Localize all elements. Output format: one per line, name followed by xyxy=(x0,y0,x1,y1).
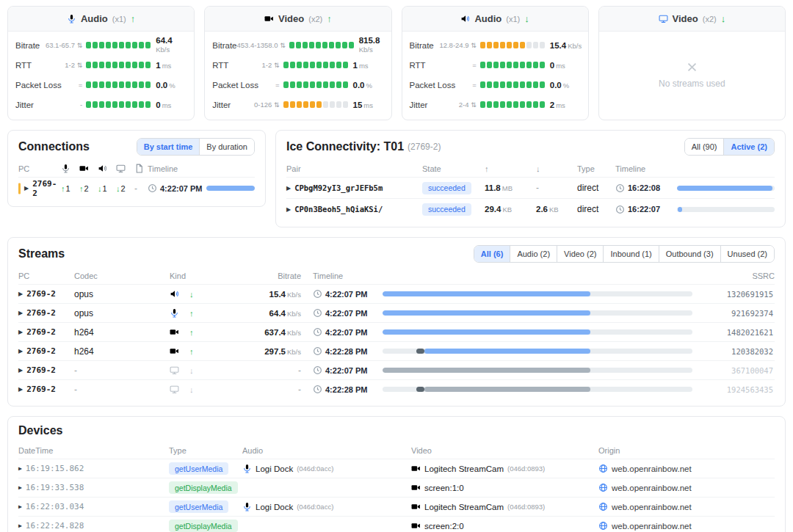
metric-unit: Kb/s xyxy=(156,46,187,54)
sort-by-start-time-button[interactable]: By start time xyxy=(137,139,200,155)
stream-row-unused[interactable]: ▶2769-2 - ↓ - 4:22:07 PM 367100047 xyxy=(18,360,775,379)
origin-host: web.openrainbow.net xyxy=(612,503,692,511)
pc-id: 2769-2 xyxy=(26,289,56,299)
down-bytes: 2.6 xyxy=(536,205,548,214)
codec: opus xyxy=(74,289,170,299)
col-pc: PC xyxy=(18,272,74,280)
device-row[interactable]: ▶16:22:24.828 getDisplayMedia screen:2:0… xyxy=(18,516,775,532)
ice-pair-row[interactable]: ▶CPbgM92yI3_grJEFb5m succeeded 11.8MB - … xyxy=(286,177,775,198)
timeline-bar xyxy=(383,387,692,392)
stream-row[interactable]: ▶2769-2 h264 ↑ 297.5Kb/s 4:22:28 PM 1203… xyxy=(18,341,775,360)
summary-card-audio-up: Audio (x1) ↑ Bitrate 63.1-65.7 ⇅ 64.4Kb/… xyxy=(7,6,195,120)
metric-range: 1-2 xyxy=(65,61,75,69)
expand-caret[interactable]: ▶ xyxy=(18,367,23,374)
codec: - xyxy=(74,365,170,376)
audio-device-name: Logi Dock xyxy=(256,503,293,511)
up-arrow: ↑ xyxy=(61,184,65,193)
stream-row[interactable]: ▶2769-2 opus ↑ 64.4Kb/s 4:22:07 PM 92169… xyxy=(18,303,775,322)
expand-caret[interactable]: ▶ xyxy=(18,291,23,297)
metric-packet-loss: Packet Loss = 0.0% xyxy=(212,75,383,95)
expand-caret[interactable]: ▶ xyxy=(18,484,22,491)
expand-caret[interactable]: ▶ xyxy=(286,206,291,213)
media-type-badge: getDisplayMedia xyxy=(169,520,238,532)
stream-row-unused[interactable]: ▶2769-2 - ↓ - 4:22:28 PM 1924563435 xyxy=(18,379,775,398)
col-audio: Audio xyxy=(242,446,411,455)
expand-caret[interactable]: ▶ xyxy=(18,465,22,472)
bitrate-value: 15.4 xyxy=(269,290,286,299)
ice-filter-all-button[interactable]: All (90) xyxy=(685,139,724,155)
metric-label: Bitrate xyxy=(15,41,40,50)
up-arrow-icon: ↑ xyxy=(327,13,332,24)
metric-label: RTT xyxy=(212,61,228,70)
metric-unit: ms xyxy=(162,62,172,70)
close-icon xyxy=(686,61,698,73)
ssrc-value: 1482021621 xyxy=(692,328,775,337)
sort-by-duration-button[interactable]: By duration xyxy=(199,139,254,155)
state-badge: succeeded xyxy=(422,203,471,216)
metric-rtt: RTT 1-2 ⇅ 1ms xyxy=(15,55,187,75)
device-row[interactable]: ▶16:19:15.862 getUserMedia Logi Dock(046… xyxy=(18,459,775,478)
clock-icon xyxy=(313,346,322,356)
dot-meter xyxy=(480,81,545,88)
updown-icon: ⇅ xyxy=(77,62,83,69)
connection-row[interactable]: ▶2769-2 ↑1 ↑2 ↓1 ↓2 - 4:22:07 PM xyxy=(18,177,255,199)
expand-caret[interactable]: ▶ xyxy=(18,310,23,316)
streams-filter-outbound-button[interactable]: Outbound (3) xyxy=(659,246,720,262)
metric-value: 2 xyxy=(550,101,554,109)
dot-meter xyxy=(480,62,545,68)
up-bytes: 29.4 xyxy=(485,205,501,214)
camera-icon xyxy=(170,327,179,337)
timeline-bar xyxy=(383,329,692,335)
expand-caret[interactable]: ▶ xyxy=(286,185,291,192)
metric-unit: ms xyxy=(363,101,373,109)
streams-filter-inbound-button[interactable]: Inbound (1) xyxy=(603,246,658,262)
updown-icon: ⇅ xyxy=(274,101,280,109)
ice-pair-row[interactable]: ▶CP0n3Beoh5_hQiaKSi/ succeeded 29.4KB 2.… xyxy=(286,198,775,219)
dot-meter xyxy=(480,101,545,108)
metric-label: Bitrate xyxy=(410,41,434,50)
video-device-id: (046d:0893) xyxy=(507,464,545,473)
expand-caret[interactable]: ▶ xyxy=(18,386,23,393)
timeline-bar xyxy=(383,349,692,354)
expand-caret[interactable]: ▶ xyxy=(18,522,22,529)
video-device-name: Logitech StreamCam xyxy=(424,503,504,511)
streams-filter-all-button[interactable]: All (6) xyxy=(474,246,510,262)
pair-id: CP0n3Beoh5_hQiaKSi/ xyxy=(294,205,383,214)
col-timeline: Timeline xyxy=(313,272,692,280)
ice-filter-active-button[interactable]: Active (2) xyxy=(723,139,774,155)
clock-icon xyxy=(148,183,157,193)
expand-caret[interactable]: ▶ xyxy=(18,348,23,354)
stream-row[interactable]: ▶2769-2 opus ↓ 15.4Kb/s 4:22:07 PM 13206… xyxy=(18,284,775,303)
device-datetime: 16:22:03.034 xyxy=(26,502,84,511)
expand-caret[interactable]: ▶ xyxy=(18,503,22,510)
stream-row[interactable]: ▶2769-2 h264 ↑ 637.4Kb/s 4:22:07 PM 1482… xyxy=(18,322,775,341)
col-kind: Kind xyxy=(170,272,243,280)
mic-icon xyxy=(170,308,179,318)
streams-filter-toggle: All (6) Audio (2) Video (2) Inbound (1) … xyxy=(474,245,775,263)
card-title: Audio xyxy=(474,13,501,24)
mic-icon xyxy=(242,502,252,511)
expand-caret[interactable]: ▶ xyxy=(18,329,23,335)
streams-filter-audio-button[interactable]: Audio (2) xyxy=(510,246,557,262)
expand-caret[interactable]: ▶ xyxy=(24,185,29,192)
metric-label: RTT xyxy=(410,61,426,70)
device-row[interactable]: ▶16:19:33.538 getDisplayMedia screen:1:0… xyxy=(18,478,775,497)
streams-filter-video-button[interactable]: Video (2) xyxy=(557,246,603,262)
updown-icon: ⇅ xyxy=(274,62,280,69)
camera-icon xyxy=(264,14,274,23)
mic-count: 1 xyxy=(66,184,70,193)
ice-pc-id: (2769-2) xyxy=(408,142,441,152)
pair-type: direct xyxy=(577,183,615,193)
device-row[interactable]: ▶16:22:03.034 getUserMedia Logi Dock(046… xyxy=(18,497,775,516)
connections-panel: Connections By start time By duration PC… xyxy=(7,130,266,207)
screen-icon xyxy=(116,164,126,173)
card-count: (x2) xyxy=(308,15,322,23)
metric-packet-loss: Packet Loss = 0.0% xyxy=(410,75,581,95)
dot-meter xyxy=(480,42,545,48)
clock-icon xyxy=(313,289,322,299)
metric-unit: ms xyxy=(162,101,172,109)
streams-filter-unused-button[interactable]: Unused (2) xyxy=(720,246,774,262)
metric-unit: ms xyxy=(556,62,565,70)
pc-id: 2769-2 xyxy=(32,179,61,198)
dot-meter xyxy=(289,42,354,48)
